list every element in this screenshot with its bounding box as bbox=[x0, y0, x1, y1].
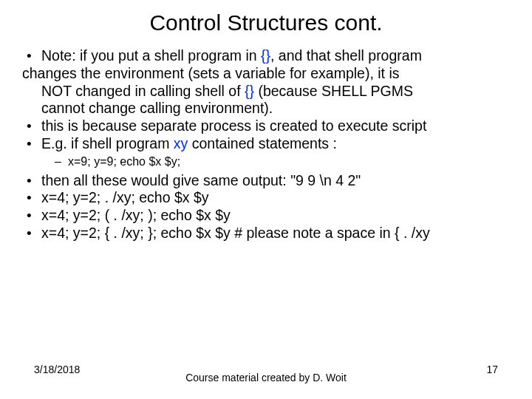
bullet-1-indent1-b: (because SHELL PGMS bbox=[254, 83, 413, 99]
bullet-1-wrap: changes the environment (sets a variable… bbox=[22, 65, 510, 83]
bullet-1-indent2: cannot change calling environment). bbox=[22, 100, 510, 117]
bullet-1-braces2: {} bbox=[245, 83, 254, 99]
bullet-list: Note: if you put a shell program in {}, … bbox=[22, 47, 510, 153]
bullet-3: E.g. if shell program xy contained state… bbox=[22, 135, 510, 153]
sub-1: x=9; y=9; echo $x $y; bbox=[55, 154, 510, 169]
bullet-1: Note: if you put a shell program in {}, … bbox=[22, 47, 510, 65]
bullet-3-xy: xy bbox=[174, 135, 188, 151]
bullet-7: x=4; y=2; { . /xy; }; echo $x $y # pleas… bbox=[22, 225, 510, 242]
bullet-4: then all these would give same output: "… bbox=[22, 172, 510, 190]
page-title: Control Structures cont. bbox=[22, 10, 510, 35]
bullet-list-2: then all these would give same output: "… bbox=[22, 172, 510, 242]
footer-page: 17 bbox=[486, 364, 498, 375]
bullet-3-a: E.g. if shell program bbox=[41, 135, 174, 151]
footer-center: Course material created by D. Woit bbox=[185, 372, 347, 385]
footer: 3/18/2018 Course material created by D. … bbox=[0, 372, 532, 385]
bullet-3-b: contained statements : bbox=[188, 135, 337, 151]
bullet-1-text-a: Note: if you put a shell program in bbox=[41, 47, 261, 64]
bullet-1-braces: {} bbox=[261, 47, 270, 64]
sub-list: x=9; y=9; echo $x $y; bbox=[22, 154, 510, 169]
bullet-1-indent1-a: NOT changed in calling shell of bbox=[41, 83, 245, 99]
bullet-6: x=4; y=2; ( . /xy; ); echo $x $y bbox=[22, 207, 510, 225]
bullet-2: this is because separate process is crea… bbox=[22, 117, 510, 135]
bullet-1-indent1: NOT changed in calling shell of {} (beca… bbox=[22, 83, 510, 100]
slide: Control Structures cont. Note: if you pu… bbox=[0, 0, 532, 399]
bullet-5: x=4; y=2; . /xy; echo $x $y bbox=[22, 189, 510, 207]
bullet-1-text-b: , and that shell program bbox=[270, 47, 422, 64]
footer-date: 3/18/2018 bbox=[34, 364, 80, 375]
